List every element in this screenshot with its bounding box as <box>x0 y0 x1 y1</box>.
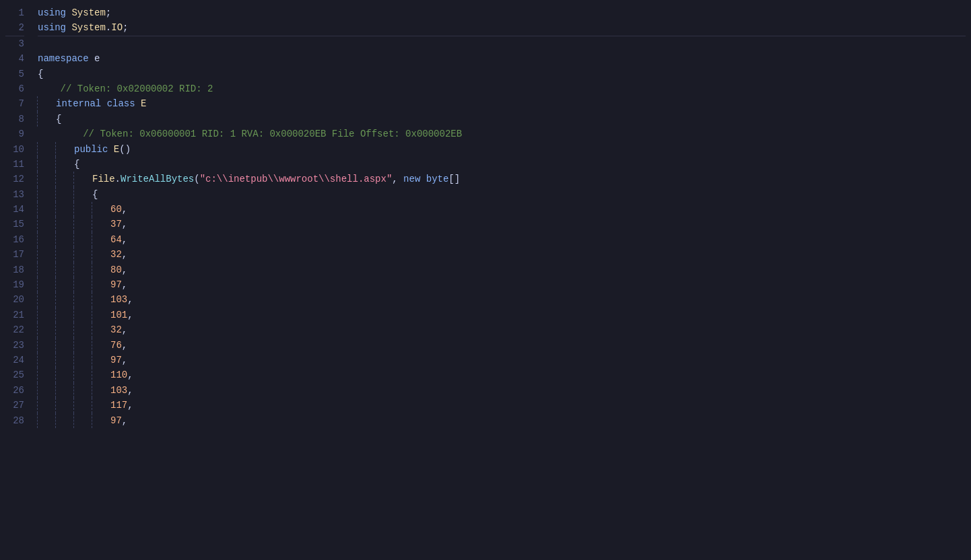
token-punctuation: { <box>56 112 61 127</box>
indent-guide <box>92 217 110 232</box>
token-type-name: System <box>71 20 105 35</box>
line-numbers: 1234567891011121314151617181920212223242… <box>0 5 32 555</box>
line-number: 24 <box>5 353 24 368</box>
token-punctuation: , <box>127 383 133 398</box>
line-number: 25 <box>5 368 24 382</box>
code-line: 101, <box>38 308 966 322</box>
token-punctuation: , <box>127 368 133 382</box>
indent-guide <box>92 398 110 413</box>
token-punctuation: , <box>392 172 403 186</box>
token-punctuation <box>101 96 106 111</box>
code-line: File.WriteAllBytes("c:\\inetpub\\wwwroot… <box>38 172 966 186</box>
line-number: 10 <box>5 142 24 157</box>
indent-guide <box>55 353 74 368</box>
indent-guide <box>55 383 74 398</box>
token-punctuation <box>135 96 141 111</box>
indent-guide <box>37 157 56 172</box>
token-punctuation: { <box>74 157 79 172</box>
code-line: // Token: 0x02000002 RID: 2 <box>38 81 966 96</box>
token-kw-new: new <box>403 172 420 186</box>
token-punctuation: { <box>38 67 43 81</box>
indent-guide <box>55 368 74 382</box>
indent-guide <box>92 368 110 382</box>
code-area: using System;using System.IO; namespace … <box>32 5 971 555</box>
line-number: 8 <box>5 112 24 127</box>
indent-guide <box>92 232 110 247</box>
token-punctuation: , <box>122 262 127 277</box>
indent-guide <box>37 353 56 368</box>
token-punctuation: , <box>122 277 127 292</box>
code-line: 103, <box>38 383 966 398</box>
token-type-name: IO <box>111 20 123 35</box>
token-number: 97 <box>110 277 122 292</box>
token-punctuation: , <box>122 247 127 262</box>
indent-guide <box>37 187 56 202</box>
indent-guide <box>37 96 56 111</box>
indent-guide <box>92 338 110 353</box>
token-punctuation: , <box>122 232 127 247</box>
indent-guide <box>55 217 74 232</box>
indent-guide <box>55 232 74 247</box>
code-line: { <box>38 67 966 81</box>
indent-guide <box>37 308 56 322</box>
line-number: 9 <box>5 127 24 141</box>
token-punctuation <box>108 142 113 157</box>
code-line: // Token: 0x06000001 RID: 1 RVA: 0x00002… <box>38 127 966 141</box>
indent-guide <box>73 262 92 277</box>
indent-guide <box>92 292 110 307</box>
indent-guide <box>55 202 74 217</box>
line-number: 17 <box>5 247 24 262</box>
indent-guide <box>92 413 110 428</box>
token-punctuation <box>420 172 426 186</box>
code-line: { <box>38 187 966 202</box>
code-line: 103, <box>38 292 966 307</box>
indent-guide <box>92 383 110 398</box>
token-punctuation: , <box>122 338 127 353</box>
indent-guide <box>92 322 110 337</box>
indent-guide <box>73 217 92 232</box>
indent-guide <box>73 308 92 322</box>
indent-guide <box>37 202 56 217</box>
indent-guide <box>37 368 56 382</box>
indent-guide <box>55 398 74 413</box>
code-line: using System; <box>38 5 966 20</box>
token-kw-internal: internal <box>56 96 101 111</box>
token-number: 97 <box>110 353 122 368</box>
token-type-name: System <box>71 5 105 20</box>
code-line: 97, <box>38 413 966 428</box>
line-number: 23 <box>5 338 24 353</box>
token-punctuation: ; <box>123 20 128 35</box>
indent-guide <box>73 202 92 217</box>
code-line: 110, <box>38 368 966 382</box>
indent-guide <box>73 413 92 428</box>
code-line: 64, <box>38 232 966 247</box>
indent-guide <box>55 142 74 157</box>
code-line: 32, <box>38 247 966 262</box>
code-line: 117, <box>38 398 966 413</box>
token-comment: // Token: 0x02000002 RID: 2 <box>38 81 213 96</box>
indent-guide <box>55 277 74 292</box>
token-type-name: E <box>114 142 119 157</box>
token-kw-public: public <box>74 142 108 157</box>
token-punctuation <box>66 20 71 35</box>
token-punctuation: () <box>119 142 131 157</box>
indent-guide <box>37 232 56 247</box>
token-kw-namespace: namespace <box>38 51 89 66</box>
token-kw-using: using <box>38 5 66 20</box>
token-number: 76 <box>110 338 122 353</box>
line-number: 3 <box>5 36 24 51</box>
line-number: 13 <box>5 187 24 202</box>
token-punctuation: ( <box>194 172 199 186</box>
indent-guide <box>92 308 110 322</box>
indent-guide <box>37 172 56 186</box>
indent-guide <box>73 368 92 382</box>
token-kw-class: class <box>107 96 135 111</box>
indent-guide <box>55 157 74 172</box>
token-punctuation: , <box>122 217 127 232</box>
token-number: 110 <box>110 368 127 382</box>
line-number: 6 <box>5 81 24 96</box>
indent-guide <box>55 172 74 186</box>
indent-guide <box>37 338 56 353</box>
indent-guide <box>37 112 56 127</box>
token-number: 101 <box>110 308 127 322</box>
